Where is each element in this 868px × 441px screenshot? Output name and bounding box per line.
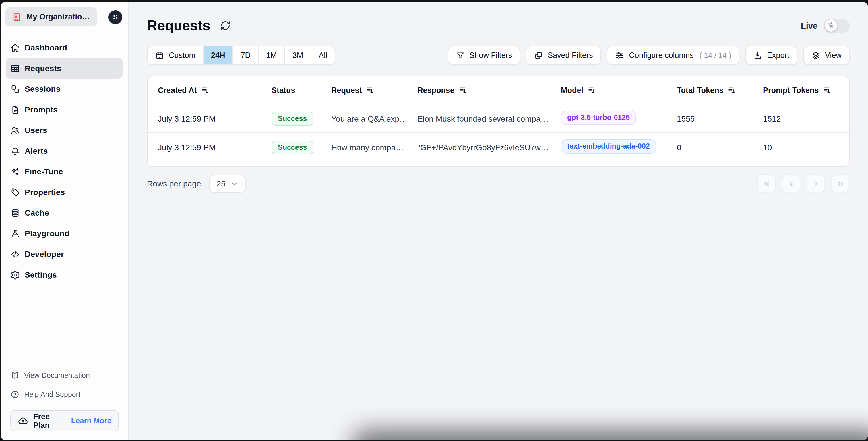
help-and-support-link[interactable]: Help And Support <box>6 385 123 403</box>
cell-response: "GF+/PAvdYbyrrGo8yFz6vIeSU7w… <box>407 142 551 152</box>
toolbar-buttons: Show Filters Saved Filters <box>447 46 849 65</box>
org-switcher[interactable]: My Organizatio… <box>5 7 97 26</box>
table-icon <box>10 63 20 73</box>
learn-more-link[interactable]: Learn More <box>71 416 112 425</box>
sidebar-item-dashboard[interactable]: Dashboard <box>6 37 123 58</box>
saved-filters-button[interactable]: Saved Filters <box>526 46 601 65</box>
time-range-custom[interactable]: Custom <box>148 46 204 64</box>
column-header-total-tokens[interactable]: Total Tokens <box>666 86 753 94</box>
building-icon <box>12 12 21 22</box>
org-header: My Organizatio… S <box>1 2 128 32</box>
double-chevron-right-icon <box>836 179 845 188</box>
cell-total-tokens: 1555 <box>666 114 753 123</box>
sidebar-item-requests[interactable]: Requests <box>6 58 123 78</box>
prev-page-button[interactable] <box>782 174 800 193</box>
sidebar-item-sessions[interactable]: Sessions <box>6 78 123 99</box>
column-header-request[interactable]: Request <box>321 86 407 94</box>
double-chevron-left-icon <box>762 179 771 188</box>
sidebar-item-alerts[interactable]: Alerts <box>6 140 123 161</box>
sidebar-footer: View Documentation Help And Support <box>1 367 128 440</box>
sidebar-item-prompts[interactable]: Prompts <box>6 99 123 120</box>
time-range-control: Custom 24H 7D 1M 3M All <box>147 46 335 65</box>
rows-per-page-select[interactable]: 25 <box>209 175 245 193</box>
sidebar-item-users[interactable]: Users <box>6 120 123 140</box>
column-label: Created At <box>158 86 197 94</box>
sidebar-item-properties[interactable]: Properties <box>6 182 123 202</box>
cell-status: Success <box>261 140 321 154</box>
org-name: My Organizatio… <box>26 12 90 21</box>
sidebar-item-label: Fine-Tune <box>25 167 63 176</box>
time-range-3m[interactable]: 3M <box>285 46 311 64</box>
cell-model: gpt-3.5-turbo-0125 <box>551 110 666 127</box>
sidebar-spacer <box>1 285 128 367</box>
column-header-created-at[interactable]: Created At <box>148 86 261 94</box>
view-documentation-link[interactable]: View Documentation <box>6 367 123 384</box>
home-icon <box>10 43 20 53</box>
bolt-slash-icon <box>827 22 834 29</box>
toolbar: Custom 24H 7D 1M 3M All <box>147 46 849 65</box>
time-range-1m[interactable]: 1M <box>259 46 285 64</box>
column-header-status[interactable]: Status <box>261 86 321 94</box>
sidebar-item-label: Prompts <box>25 105 58 114</box>
time-range-all[interactable]: All <box>311 46 335 64</box>
refresh-icon[interactable] <box>220 20 231 31</box>
view-label: View <box>825 51 842 60</box>
view-button[interactable]: View <box>803 46 849 65</box>
status-badge: Success <box>272 111 313 125</box>
live-toggle-knob <box>825 20 837 32</box>
sliders-icon <box>615 50 624 60</box>
show-filters-button[interactable]: Show Filters <box>447 46 520 65</box>
column-label: Total Tokens <box>677 86 724 94</box>
code-icon <box>10 249 20 259</box>
live-label: Live <box>801 21 817 30</box>
layers-icon <box>811 51 820 60</box>
sidebar-item-playground[interactable]: Playground <box>6 223 123 244</box>
cell-total-tokens: 0 <box>666 142 753 152</box>
sidebar-item-settings[interactable]: Settings <box>6 264 123 285</box>
model-badge: gpt-3.5-turbo-0125 <box>561 110 636 125</box>
plan-box: Free Plan Learn More <box>10 410 119 431</box>
column-header-prompt-tokens[interactable]: Prompt Tokens <box>753 86 849 94</box>
table-header-row: Created At Status Request <box>148 76 849 104</box>
sidebar-item-developer[interactable]: Developer <box>6 244 123 264</box>
live-toggle[interactable] <box>824 19 849 32</box>
export-button[interactable]: Export <box>745 46 797 65</box>
sort-icon <box>824 86 831 94</box>
footer-link-label: View Documentation <box>24 371 90 379</box>
next-page-button[interactable] <box>807 174 825 193</box>
column-header-response[interactable]: Response <box>407 86 551 94</box>
funnel-icon <box>456 51 465 60</box>
configure-columns-button[interactable]: Configure columns ( 14 / 14 ) <box>607 46 739 65</box>
sidebar-item-cache[interactable]: Cache <box>6 202 123 223</box>
sidebar-item-label: Alerts <box>25 146 48 156</box>
cloud-upload-icon <box>18 415 28 426</box>
cell-created-at: July 3 12:59 PM <box>148 142 261 152</box>
page-title: Requests <box>147 17 210 34</box>
table-row[interactable]: July 3 12:59 PM Success How many compa… … <box>148 133 849 161</box>
last-page-button[interactable] <box>831 174 849 193</box>
chevron-right-icon <box>811 179 820 188</box>
sort-icon <box>459 86 466 94</box>
pagination: Rows per page 25 <box>147 174 849 193</box>
first-page-button[interactable] <box>757 174 776 193</box>
column-header-model[interactable]: Model <box>551 86 666 94</box>
table-row[interactable]: July 3 12:59 PM Success You are a Q&A ex… <box>148 104 849 133</box>
document-icon <box>10 105 20 114</box>
user-avatar[interactable]: S <box>108 10 122 24</box>
column-label: Status <box>272 86 296 94</box>
sidebar-item-label: Properties <box>25 188 65 197</box>
sparkles-icon <box>10 167 20 176</box>
column-label: Prompt Tokens <box>763 86 819 94</box>
cell-request: You are a Q&A exp… <box>321 114 407 123</box>
column-label: Model <box>561 86 583 94</box>
copy-icon <box>534 51 543 60</box>
beaker-icon <box>10 229 20 238</box>
time-range-24h[interactable]: 24H <box>204 46 234 64</box>
cell-response: Elon Musk founded several compa… <box>407 114 551 123</box>
screen: My Organizatio… S Dashboard <box>0 0 868 441</box>
time-range-7d[interactable]: 7D <box>234 46 259 64</box>
sidebar-item-fine-tune[interactable]: Fine-Tune <box>6 161 123 182</box>
sidebar-nav: Dashboard Requests <box>1 32 128 285</box>
sort-icon <box>367 86 374 94</box>
cell-created-at: July 3 12:59 PM <box>148 114 261 123</box>
